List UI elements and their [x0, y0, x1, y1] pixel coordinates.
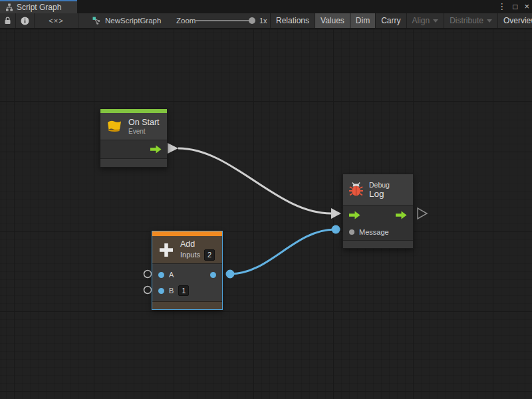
- chevron-down-icon: [487, 19, 492, 23]
- port-b-value-field[interactable]: 1: [178, 285, 189, 296]
- script-graph-asset-icon: [92, 16, 101, 25]
- data-in-marker-a-empty[interactable]: [144, 271, 152, 278]
- inputs-label: Inputs: [180, 251, 200, 259]
- graph-hierarchy-icon: [5, 3, 13, 11]
- tab-bar: Script Graph ⋮ □ ×: [0, 0, 532, 13]
- node-footer: [152, 301, 222, 309]
- node-footer: [100, 158, 167, 167]
- wire-add-to-message[interactable]: [230, 229, 335, 274]
- node-category: Debug: [369, 181, 390, 189]
- data-in-marker-b-empty[interactable]: [144, 287, 152, 294]
- node-debug-log[interactable]: Debug Log Message: [342, 174, 414, 249]
- info-icon: [21, 17, 29, 25]
- bug-icon: [348, 182, 364, 198]
- node-title: Log: [369, 189, 390, 199]
- output-port-sum[interactable]: [210, 272, 216, 278]
- distribute-dropdown[interactable]: Distribute: [444, 13, 497, 28]
- trigger-out-marker-onstart[interactable]: [168, 143, 178, 154]
- node-subtitle: Event: [128, 128, 160, 136]
- trigger-out-marker-log-empty[interactable]: [418, 208, 427, 219]
- zoom-slider[interactable]: [194, 13, 255, 28]
- input-port-b[interactable]: [158, 288, 164, 294]
- maximize-icon[interactable]: □: [513, 0, 517, 13]
- graph-breadcrumb[interactable]: NewScriptGraph: [92, 13, 161, 28]
- preview-code-button[interactable]: <×>: [35, 13, 78, 28]
- relations-button[interactable]: Relations: [270, 13, 315, 28]
- lock-icon: [4, 17, 11, 25]
- tab-title: Script Graph: [17, 3, 61, 12]
- node-title: On Start: [128, 118, 160, 128]
- data-in-marker-message[interactable]: [332, 225, 340, 234]
- close-icon[interactable]: ×: [524, 0, 529, 13]
- chevron-down-icon: [433, 19, 438, 23]
- info-button[interactable]: [16, 13, 35, 28]
- code-icon: <×>: [49, 17, 63, 25]
- data-out-marker-add[interactable]: [226, 270, 235, 279]
- trigger-output-port[interactable]: [396, 211, 407, 219]
- plus-icon: [158, 241, 175, 259]
- node-on-start[interactable]: On Start Event: [100, 108, 168, 168]
- port-label-b: B: [169, 287, 174, 295]
- script-graph-window: Script Graph ⋮ □ × <×>: [0, 0, 532, 399]
- port-label-a: A: [169, 271, 174, 279]
- tab-script-graph[interactable]: Script Graph: [0, 0, 77, 13]
- graph-name-label: NewScriptGraph: [105, 17, 161, 25]
- values-button[interactable]: Values: [315, 13, 350, 28]
- zoom-label: Zoom: [176, 13, 196, 28]
- math-stripe: [152, 231, 222, 236]
- window-controls: ⋮ □ ×: [497, 0, 529, 13]
- zoom-value: 1x: [259, 13, 267, 28]
- zoom-slider-handle[interactable]: [249, 17, 255, 24]
- dim-button[interactable]: Dim: [350, 13, 375, 28]
- zoom-slider-track[interactable]: [194, 20, 251, 21]
- trigger-in-marker-log[interactable]: [331, 208, 341, 219]
- carry-button[interactable]: Carry: [375, 13, 406, 28]
- inputs-count-badge: 2: [204, 249, 215, 261]
- graph-canvas[interactable]: On Start Event: [0, 29, 532, 399]
- wire-onstart-to-log[interactable]: [178, 148, 331, 213]
- node-footer: [343, 240, 413, 248]
- graph-toolbar: <×> NewScriptGraph Zoom 1x Relations Val…: [0, 13, 532, 29]
- lock-button[interactable]: [0, 13, 16, 28]
- port-label: Message: [359, 228, 389, 236]
- input-port-a[interactable]: [158, 272, 164, 278]
- overview-button[interactable]: Overview: [497, 13, 532, 28]
- trigger-output-port[interactable]: [150, 145, 162, 154]
- node-title: Add: [180, 239, 215, 249]
- flag-icon: [106, 118, 123, 134]
- toolbar-toggle-group: Relations Values Dim Carry Align Distrib…: [270, 13, 532, 28]
- node-add[interactable]: Add Inputs 2 A B 1: [152, 231, 223, 310]
- menu-icon[interactable]: ⋮: [497, 0, 506, 13]
- trigger-input-port[interactable]: [349, 211, 360, 219]
- message-input-port[interactable]: [349, 229, 354, 235]
- align-dropdown[interactable]: Align: [406, 13, 444, 28]
- connections-overlay: [0, 29, 532, 399]
